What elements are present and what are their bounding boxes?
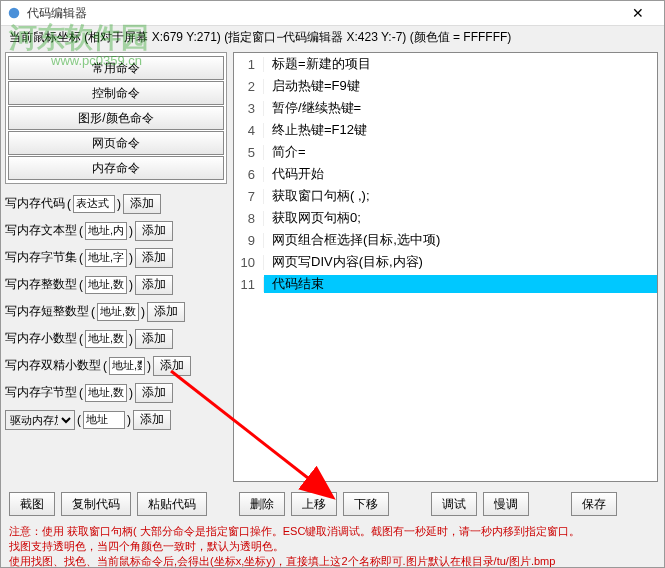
mem-input[interactable] xyxy=(85,249,127,267)
code-line: 2启动热键=F9键 xyxy=(234,75,657,97)
mem-row: 写内存字节型()添加 xyxy=(5,379,227,406)
line-text[interactable]: 简介= xyxy=(264,143,657,161)
save-button[interactable]: 保存 xyxy=(571,492,617,516)
line-text[interactable]: 启动热键=F9键 xyxy=(264,77,657,95)
driver-select[interactable]: 驱动内存加 xyxy=(5,410,75,430)
line-text[interactable]: 获取网页句柄0; xyxy=(264,209,657,227)
close-button[interactable]: ✕ xyxy=(618,5,658,21)
paste-code-button[interactable]: 粘贴代码 xyxy=(137,492,207,516)
command-button-group: 常用命令 控制命令 图形/颜色命令 网页命令 内存命令 xyxy=(5,52,227,184)
copy-code-button[interactable]: 复制代码 xyxy=(61,492,131,516)
driver-input[interactable] xyxy=(83,411,125,429)
delete-button[interactable]: 删除 xyxy=(239,492,285,516)
code-line: 1标题=新建的项目 xyxy=(234,53,657,75)
memory-rows: 写内存代码()添加 写内存文本型()添加 写内存字节集()添加 写内存整数型()… xyxy=(5,190,227,433)
line-text[interactable]: 代码开始 xyxy=(264,165,657,183)
add-button[interactable]: 添加 xyxy=(135,221,173,241)
mem-label: 写内存字节集 xyxy=(5,249,77,266)
svg-point-0 xyxy=(9,8,20,19)
add-button[interactable]: 添加 xyxy=(153,356,191,376)
add-button[interactable]: 添加 xyxy=(135,248,173,268)
cmd-memory[interactable]: 内存命令 xyxy=(8,156,224,180)
line-text[interactable]: 代码结束 xyxy=(264,275,657,293)
mem-row: 写内存小数型()添加 xyxy=(5,325,227,352)
code-line: 4终止热键=F12键 xyxy=(234,119,657,141)
line-text[interactable]: 获取窗口句柄( ,); xyxy=(264,187,657,205)
code-line: 10网页写DIV内容(目标,内容) xyxy=(234,251,657,273)
mem-input[interactable] xyxy=(73,195,115,213)
add-button[interactable]: 添加 xyxy=(135,383,173,403)
code-line-selected: 11代码结束 xyxy=(234,273,657,295)
line-text[interactable]: 暂停/继续热键= xyxy=(264,99,657,117)
code-line: 6代码开始 xyxy=(234,163,657,185)
right-panel: 1标题=新建的项目 2启动热键=F9键 3暂停/继续热键= 4终止热键=F12键… xyxy=(231,48,664,486)
footer-hint: 注意：使用 获取窗口句柄( 大部分命令是指定窗口操作。ESC键取消调试。截图有一… xyxy=(1,522,664,568)
line-number: 10 xyxy=(234,255,264,270)
add-button[interactable]: 添加 xyxy=(135,275,173,295)
mem-input[interactable] xyxy=(85,222,127,240)
titlebar: 代码编辑器 ✕ xyxy=(1,1,664,26)
mem-row: 写内存双精小数型()添加 xyxy=(5,352,227,379)
bottom-toolbar: 截图 复制代码 粘贴代码 删除 上移 下移 调试 慢调 保存 xyxy=(1,486,664,522)
move-down-button[interactable]: 下移 xyxy=(343,492,389,516)
mem-input[interactable] xyxy=(109,357,145,375)
mem-row: 写内存代码()添加 xyxy=(5,190,227,217)
line-number: 3 xyxy=(234,101,264,116)
cmd-control[interactable]: 控制命令 xyxy=(8,81,224,105)
mem-input[interactable] xyxy=(97,303,139,321)
line-text[interactable]: 网页组合框选择(目标,选中项) xyxy=(264,231,657,249)
mem-row: 写内存字节集()添加 xyxy=(5,244,227,271)
line-number: 1 xyxy=(234,57,264,72)
line-number: 9 xyxy=(234,233,264,248)
code-line: 8获取网页句柄0; xyxy=(234,207,657,229)
code-editor[interactable]: 1标题=新建的项目 2启动热键=F9键 3暂停/继续热键= 4终止热键=F12键… xyxy=(233,52,658,482)
mem-input[interactable] xyxy=(85,384,127,402)
line-number: 11 xyxy=(234,277,264,292)
mem-row: 写内存整数型()添加 xyxy=(5,271,227,298)
line-text[interactable]: 终止热键=F12键 xyxy=(264,121,657,139)
cmd-web[interactable]: 网页命令 xyxy=(8,131,224,155)
line-text[interactable]: 网页写DIV内容(目标,内容) xyxy=(264,253,657,271)
code-line: 7获取窗口句柄( ,); xyxy=(234,185,657,207)
mem-label: 写内存字节型 xyxy=(5,384,77,401)
mem-row: 写内存文本型()添加 xyxy=(5,217,227,244)
mem-label: 写内存小数型 xyxy=(5,330,77,347)
left-panel: 常用命令 控制命令 图形/颜色命令 网页命令 内存命令 写内存代码()添加 写内… xyxy=(1,48,231,486)
mem-input[interactable] xyxy=(85,276,127,294)
screenshot-button[interactable]: 截图 xyxy=(9,492,55,516)
add-button[interactable]: 添加 xyxy=(123,194,161,214)
cmd-common[interactable]: 常用命令 xyxy=(8,56,224,80)
line-text[interactable]: 标题=新建的项目 xyxy=(264,55,657,73)
add-button[interactable]: 添加 xyxy=(147,302,185,322)
mem-label: 写内存整数型 xyxy=(5,276,77,293)
mem-label: 写内存代码 xyxy=(5,195,65,212)
app-icon xyxy=(7,6,21,20)
line-number: 5 xyxy=(234,145,264,160)
code-line: 5简介= xyxy=(234,141,657,163)
mem-label: 写内存短整数型 xyxy=(5,303,89,320)
coordinate-bar: 当前鼠标坐标 (相对于屏幕 X:679 Y:271) (指定窗口−代码编辑器 X… xyxy=(1,26,664,48)
line-number: 6 xyxy=(234,167,264,182)
add-button[interactable]: 添加 xyxy=(133,410,171,430)
line-number: 7 xyxy=(234,189,264,204)
cmd-graphics[interactable]: 图形/颜色命令 xyxy=(8,106,224,130)
code-line: 9网页组合框选择(目标,选中项) xyxy=(234,229,657,251)
driver-row: 驱动内存加 () 添加 xyxy=(5,406,227,433)
debug-button[interactable]: 调试 xyxy=(431,492,477,516)
slow-debug-button[interactable]: 慢调 xyxy=(483,492,529,516)
line-number: 8 xyxy=(234,211,264,226)
mem-label: 写内存文本型 xyxy=(5,222,77,239)
add-button[interactable]: 添加 xyxy=(135,329,173,349)
mem-input[interactable] xyxy=(85,330,127,348)
window-title: 代码编辑器 xyxy=(27,5,618,22)
mem-label: 写内存双精小数型 xyxy=(5,357,101,374)
line-number: 2 xyxy=(234,79,264,94)
mem-row: 写内存短整数型()添加 xyxy=(5,298,227,325)
line-number: 4 xyxy=(234,123,264,138)
move-up-button[interactable]: 上移 xyxy=(291,492,337,516)
code-line: 3暂停/继续热键= xyxy=(234,97,657,119)
